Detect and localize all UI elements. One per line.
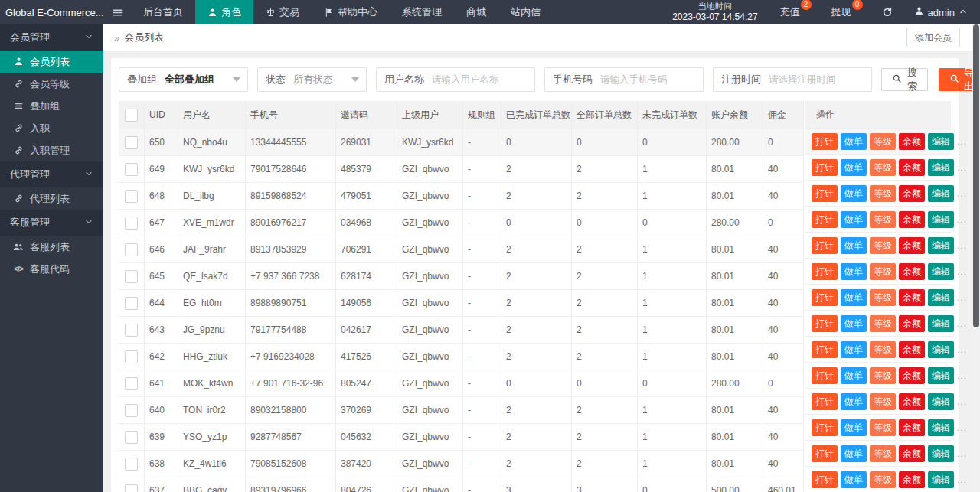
order-button[interactable]: 做单 [841,419,867,436]
regtime-input[interactable] [769,70,871,90]
edit-button[interactable]: 编辑 [928,341,954,358]
edit-button[interactable]: 编辑 [928,445,954,462]
level-button[interactable]: 等级 [870,393,896,410]
edit-button[interactable]: 编辑 [928,367,954,384]
level-button[interactable]: 等级 [870,211,896,228]
level-button[interactable]: 等级 [870,471,896,488]
row-checkbox[interactable] [125,404,138,417]
balance-button[interactable]: 余额 [899,315,925,332]
user-menu[interactable]: admin [902,6,980,18]
more-actions-button[interactable]: ... [957,344,967,355]
row-checkbox[interactable] [125,163,138,176]
inject-button[interactable]: 打针 [812,159,838,176]
sidebar-item-service-code[interactable]: </>客服代码 [0,258,103,280]
row-checkbox[interactable] [125,324,138,337]
order-button[interactable]: 做单 [841,133,867,150]
more-actions-button[interactable]: ... [957,188,967,199]
top-menu-help-center[interactable]: 帮助中心 [312,0,390,24]
inject-button[interactable]: 打针 [812,237,838,254]
top-menu-trade[interactable]: 交易 [253,0,312,24]
more-actions-button[interactable]: ... [957,448,967,459]
level-button[interactable]: 等级 [870,367,896,384]
order-button[interactable]: 做单 [841,315,867,332]
inject-button[interactable]: 打针 [812,471,838,488]
status-select[interactable]: 状态 所有状态 [257,67,367,92]
balance-button[interactable]: 余额 [899,367,925,384]
balance-button[interactable]: 余额 [899,237,925,254]
more-actions-button[interactable]: ... [957,318,967,329]
row-checkbox[interactable] [125,136,138,149]
search-button[interactable]: 搜 索 [881,68,928,91]
level-button[interactable]: 等级 [870,289,896,306]
inject-button[interactable]: 打针 [812,419,838,436]
top-menu-mall[interactable]: 商城 [454,0,498,24]
edit-button[interactable]: 编辑 [928,315,954,332]
inject-button[interactable]: 打针 [812,263,838,280]
level-button[interactable]: 等级 [870,237,896,254]
top-menu-roles[interactable]: 角色 [195,0,253,24]
page-scrollbar-thumb[interactable] [973,24,979,327]
refresh-icon[interactable] [873,7,902,18]
order-button[interactable]: 做单 [841,471,867,488]
more-actions-button[interactable]: ... [957,162,967,173]
inject-button[interactable]: 打针 [812,211,838,228]
more-actions-button[interactable]: ... [957,370,967,381]
row-checkbox[interactable] [125,377,138,390]
inject-button[interactable]: 打针 [812,289,838,306]
more-actions-button[interactable]: ... [957,396,967,407]
more-actions-button[interactable]: ... [957,422,967,433]
edit-button[interactable]: 编辑 [928,211,954,228]
more-actions-button[interactable]: ... [957,266,967,277]
level-button[interactable]: 等级 [870,419,896,436]
top-menu-system[interactable]: 系统管理 [390,0,454,24]
balance-button[interactable]: 余额 [899,445,925,462]
row-checkbox[interactable] [125,243,138,256]
balance-button[interactable]: 余额 [899,159,925,176]
inject-button[interactable]: 打针 [812,133,838,150]
order-button[interactable]: 做单 [841,341,867,358]
row-checkbox[interactable] [125,431,138,444]
order-button[interactable]: 做单 [841,211,867,228]
row-checkbox[interactable] [125,458,138,471]
balance-button[interactable]: 余额 [899,211,925,228]
order-button[interactable]: 做单 [841,393,867,410]
edit-button[interactable]: 编辑 [928,263,954,280]
level-button[interactable]: 等级 [870,133,896,150]
top-menu-home[interactable]: 后台首页 [131,0,195,24]
order-button[interactable]: 做单 [841,263,867,280]
inject-button[interactable]: 打针 [812,393,838,410]
row-checkbox[interactable] [125,270,138,283]
overlay-group-select[interactable]: 叠加组 全部叠加组 [119,67,248,92]
balance-button[interactable]: 余额 [899,341,925,358]
sidebar-item-overlay-group[interactable]: 叠加组 [0,95,103,117]
sidebar-group-member-management[interactable]: 会员管理 [0,24,103,51]
level-button[interactable]: 等级 [870,315,896,332]
edit-button[interactable]: 编辑 [928,159,954,176]
edit-button[interactable]: 编辑 [928,419,954,436]
page-scrollbar[interactable] [972,24,980,492]
order-button[interactable]: 做单 [841,237,867,254]
edit-button[interactable]: 编辑 [928,289,954,306]
edit-button[interactable]: 编辑 [928,471,954,488]
sidebar-group-agent-management[interactable]: 代理管理 [0,161,103,187]
more-actions-button[interactable]: ... [957,240,967,251]
top-menu-messages[interactable]: 站内信 [498,0,553,24]
recharge-link[interactable]: 充值 2 [770,5,822,19]
inject-button[interactable]: 打针 [812,185,838,202]
balance-button[interactable]: 余额 [899,133,925,150]
level-button[interactable]: 等级 [870,445,896,462]
sidebar-item-member-list[interactable]: 会员列表 [0,51,103,73]
inject-button[interactable]: 打针 [812,445,838,462]
sidebar-group-service-management[interactable]: 客服管理 [0,210,103,236]
more-actions-button[interactable]: ... [957,214,967,225]
edit-button[interactable]: 编辑 [928,393,954,410]
order-button[interactable]: 做单 [841,159,867,176]
balance-button[interactable]: 余额 [899,289,925,306]
balance-button[interactable]: 余额 [899,471,925,488]
balance-button[interactable]: 余额 [899,419,925,436]
balance-button[interactable]: 余额 [899,185,925,202]
sidebar-item-onboarding[interactable]: 入职 [0,117,103,139]
inject-button[interactable]: 打针 [812,315,838,332]
inject-button[interactable]: 打针 [812,367,838,384]
more-actions-button[interactable]: ... [957,474,967,485]
